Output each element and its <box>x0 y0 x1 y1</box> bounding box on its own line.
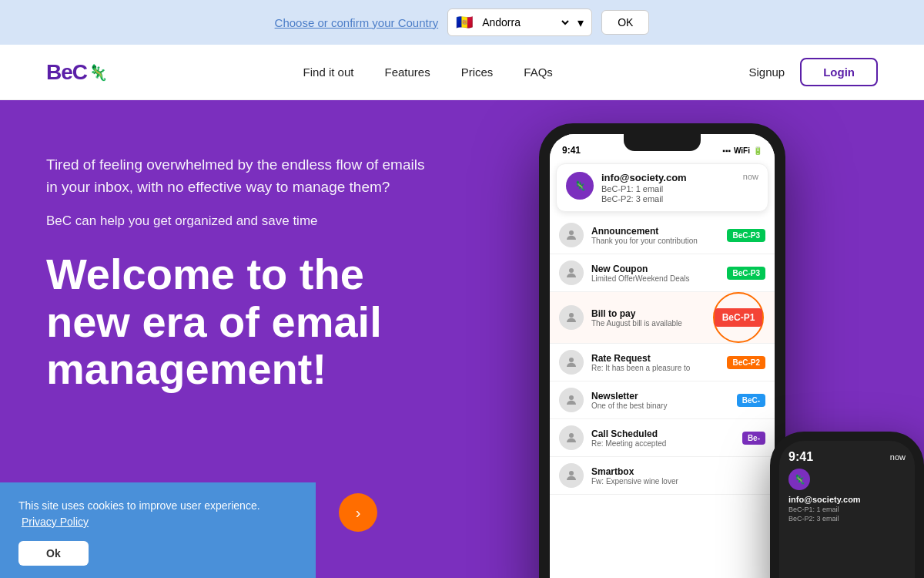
list-subject: Announcement <box>591 226 719 237</box>
signal-icon: ▪▪▪ <box>722 146 731 155</box>
watch-mockup: 9:41 now 🦎 info@society.com BeC-P1: 1 em… <box>770 432 924 578</box>
phone-mockup: 9:41 ▪▪▪ WiFi 🔋 🦎 info@society.com <box>539 123 785 578</box>
list-body: Limited OfferWeekend Deals <box>591 274 719 283</box>
list-content: Announcement Thank you for your contribu… <box>591 226 719 245</box>
svg-point-2 <box>569 313 574 318</box>
tag-bec: BeC- <box>737 394 765 407</box>
arrow-right-icon: › <box>356 504 361 522</box>
list-subject: New Coupon <box>591 264 719 274</box>
chevron-down-icon: ▾ <box>578 15 584 30</box>
list-body: One of the best binary <box>591 402 729 410</box>
email-list: Announcement Thank you for your contribu… <box>550 217 775 495</box>
cta-circle-button[interactable]: › <box>339 493 377 532</box>
list-body: The August bill is available <box>591 319 704 328</box>
country-banner: Choose or confirm your Country 🇦🇩 Andorr… <box>0 0 924 45</box>
hero-title: Welcome to the new era of email manageme… <box>46 250 431 393</box>
country-select[interactable]: Andorra France Spain United Kingdom Unit… <box>479 15 571 29</box>
logo-text: BeC <box>46 60 87 85</box>
email-sender: info@society.com <box>601 172 687 183</box>
list-body: Fw: Expensive wine lover <box>591 477 765 486</box>
watch-line2: BeC-P2: 3 email <box>788 515 906 523</box>
country-confirm-link[interactable]: Choose or confirm your Country <box>275 16 439 29</box>
cookie-ok-button[interactable]: Ok <box>18 541 89 566</box>
list-item[interactable]: Announcement Thank you for your contribu… <box>550 217 775 254</box>
list-content: Call Scheduled Re: Meeting accepted <box>591 428 735 448</box>
list-content: New Coupon Limited OfferWeekend Deals <box>591 264 719 283</box>
list-body: Thank you for your contribution <box>591 237 719 245</box>
watch-logo-icon: 🦎 <box>794 474 805 485</box>
tag-bec-p2: BeC-P2 <box>727 356 765 369</box>
country-select-wrapper: 🇦🇩 Andorra France Spain United Kingdom U… <box>447 8 592 36</box>
email-body-2: BeC-P2: 3 email <box>601 194 758 203</box>
list-content: Smartbox Fw: Expensive wine lover <box>591 466 765 486</box>
list-item-bill[interactable]: Bill to pay The August bill is available… <box>550 292 775 344</box>
logo-small: 🦎 <box>574 180 586 191</box>
list-avatar <box>559 425 584 450</box>
logo[interactable]: BeC🦎 <box>46 60 107 85</box>
nav-faqs[interactable]: FAQs <box>524 66 553 79</box>
tag-bec-p3: BeC-P3 <box>727 229 765 242</box>
list-content: Rate Request Re: It has been a pleasure … <box>591 353 719 372</box>
svg-point-0 <box>569 230 574 235</box>
list-content: Bill to pay The August bill is available <box>591 308 704 328</box>
tag-bec-p1-highlighted: BeC-P1 <box>715 308 763 327</box>
watch-sender: info@society.com <box>788 495 906 504</box>
list-item[interactable]: Smartbox Fw: Expensive wine lover <box>550 457 775 495</box>
svg-point-4 <box>569 395 574 400</box>
wifi-icon: WiFi <box>734 146 750 155</box>
hero-left: Tired of feeling overwhelmed by the endl… <box>46 146 431 393</box>
privacy-policy-link[interactable]: Privacy Policy <box>22 516 89 528</box>
battery-icon: 🔋 <box>753 146 762 155</box>
featured-email-avatar: 🦎 <box>566 172 594 200</box>
watch-screen: 9:41 now 🦎 info@society.com BeC-P1: 1 em… <box>779 441 915 578</box>
signup-link[interactable]: Signup <box>748 66 785 79</box>
watch-time: 9:41 <box>788 450 813 464</box>
list-item[interactable]: Call Scheduled Re: Meeting accepted Be- <box>550 419 775 457</box>
country-flag: 🇦🇩 <box>456 14 473 31</box>
email-body-1: BeC-P1: 1 email <box>601 184 758 193</box>
cookie-banner: This site uses cookies to improve user e… <box>0 482 316 578</box>
svg-point-5 <box>569 433 574 438</box>
featured-email-content: info@society.com now BeC-P1: 1 email BeC… <box>601 172 758 203</box>
highlight-area: BeC-P1 <box>711 298 765 337</box>
list-subject: Call Scheduled <box>591 428 735 439</box>
list-avatar <box>559 223 584 247</box>
email-time: now <box>743 172 758 181</box>
list-body: Re: It has been a pleasure to <box>591 364 719 372</box>
svg-point-6 <box>569 471 574 476</box>
list-body: Re: Meeting accepted <box>591 439 735 448</box>
nav-prices[interactable]: Prices <box>461 66 494 79</box>
hero-title-line2: new era of email <box>46 297 382 346</box>
svg-point-3 <box>569 358 574 362</box>
list-content: Newsletter One of the best binary <box>591 391 729 410</box>
list-subject: Newsletter <box>591 391 729 402</box>
status-icons: ▪▪▪ WiFi 🔋 <box>722 146 762 155</box>
login-button[interactable]: Login <box>800 58 878 86</box>
header-actions: Signup Login <box>748 58 878 86</box>
watch-line1: BeC-P1: 1 email <box>788 506 906 513</box>
email-header-row: info@society.com now <box>601 172 758 183</box>
list-avatar <box>559 463 584 488</box>
list-subject: Rate Request <box>591 353 719 364</box>
ok-button[interactable]: OK <box>601 10 649 35</box>
watch-logo: 🦎 <box>788 469 810 490</box>
tag-be: Be- <box>742 432 765 445</box>
hero-tagline: Tired of feeling overwhelmed by the endl… <box>46 154 431 198</box>
phone-screen: 9:41 ▪▪▪ WiFi 🔋 🦎 info@society.com <box>550 134 775 578</box>
nav-find-it-out[interactable]: Find it out <box>303 66 354 79</box>
nav-features[interactable]: Features <box>384 66 430 79</box>
list-item[interactable]: Rate Request Re: It has been a pleasure … <box>550 344 775 381</box>
phone-notch <box>624 134 701 151</box>
logo-icon: 🦎 <box>89 63 107 82</box>
list-subject: Smartbox <box>591 466 765 477</box>
hero-title-line1: Welcome to the <box>46 250 364 298</box>
watch-time-right: now <box>890 452 906 462</box>
list-subject: Bill to pay <box>591 308 704 319</box>
svg-point-1 <box>569 268 574 273</box>
list-avatar <box>559 260 584 285</box>
list-item[interactable]: Newsletter One of the best binary BeC- <box>550 381 775 419</box>
featured-email[interactable]: 🦎 info@society.com now BeC-P1: 1 email B… <box>556 163 768 212</box>
nav: Find it out Features Prices FAQs <box>303 66 553 79</box>
hero-title-line3: management! <box>46 344 326 393</box>
list-item[interactable]: New Coupon Limited OfferWeekend Deals Be… <box>550 254 775 292</box>
